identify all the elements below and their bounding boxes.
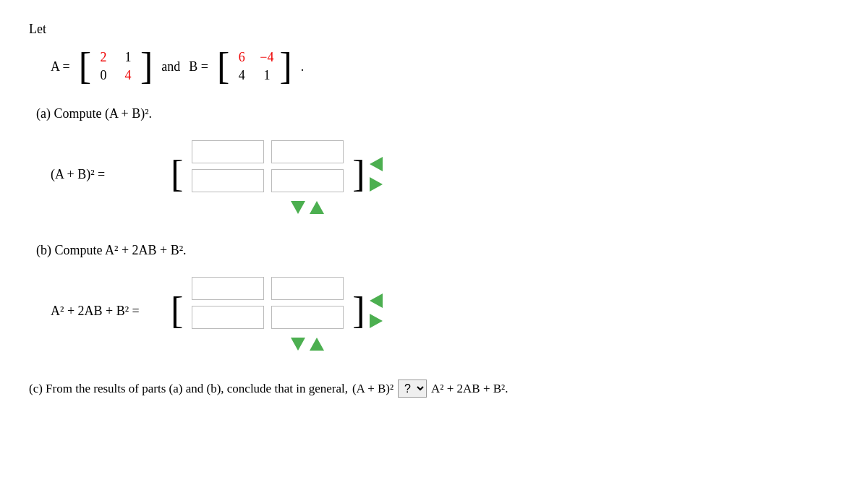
part-a-bracket-right: ] bbox=[352, 158, 365, 190]
part-b-input-r2c1[interactable] bbox=[192, 306, 264, 329]
part-b-bottom-arrows bbox=[267, 338, 348, 351]
part-b-section: (b) Compute A² + 2AB + B². A² + 2AB + B²… bbox=[29, 243, 839, 351]
matrix-b-r1c1: 6 bbox=[235, 50, 248, 65]
part-b-label: (b) Compute A² + 2AB + B². bbox=[36, 243, 839, 258]
matrix-b: [ 6 −4 4 1 ] bbox=[217, 47, 292, 86]
part-a-lhs: (A + B)² = bbox=[51, 167, 159, 182]
matrix-a-r1c2: 1 bbox=[122, 50, 135, 65]
part-c-expression: (A + B)² bbox=[352, 382, 393, 396]
part-a-input-r2c1[interactable] bbox=[192, 169, 264, 192]
matrix-b-r1c2: −4 bbox=[260, 50, 273, 65]
part-a-side-arrows bbox=[370, 157, 383, 192]
matrix-a-r2c2: 4 bbox=[122, 68, 135, 83]
part-b-input-r2c2[interactable] bbox=[271, 306, 344, 329]
part-c-text-after: A² + 2AB + B². bbox=[431, 382, 508, 396]
part-a-bracket-left: [ bbox=[171, 158, 183, 190]
matrix-a: [ 2 1 0 4 ] bbox=[79, 47, 153, 86]
part-c-section: (c) From the results of parts (a) and (b… bbox=[29, 380, 839, 398]
part-a-answer-row: (A + B)² = [ ] bbox=[51, 134, 839, 214]
and-label: and bbox=[161, 59, 180, 74]
period-b: . bbox=[301, 59, 305, 74]
bracket-right-a: ] bbox=[140, 51, 153, 82]
part-a-input-r1c2[interactable] bbox=[271, 140, 344, 163]
part-a-bottom-arrows bbox=[267, 201, 348, 214]
matrix-a-r2c1: 0 bbox=[97, 68, 110, 83]
part-b-input-r1c2[interactable] bbox=[271, 277, 344, 300]
matrix-a-r1c1: 2 bbox=[97, 50, 110, 65]
matrix-a-grid: 2 1 0 4 bbox=[93, 47, 139, 86]
part-b-arrow-up[interactable] bbox=[310, 338, 324, 351]
matrix-b-r2c2: 1 bbox=[260, 68, 273, 83]
part-b-arrow-left[interactable] bbox=[370, 293, 383, 308]
part-a-arrow-up[interactable] bbox=[310, 201, 324, 214]
part-b-matrix-wrap: [ ] bbox=[171, 271, 383, 351]
part-a-matrix-wrap: [ ] bbox=[171, 134, 383, 214]
part-b-answer-row: A² + 2AB + B² = [ ] bbox=[51, 271, 839, 351]
part-a-input-r1c1[interactable] bbox=[192, 140, 264, 163]
part-c-text-before: (c) From the results of parts (a) and (b… bbox=[29, 382, 348, 396]
part-a-input-r2c2[interactable] bbox=[271, 169, 344, 192]
part-a-arrow-right[interactable] bbox=[370, 177, 383, 192]
bracket-left-b: [ bbox=[217, 51, 229, 82]
part-a-arrow-down[interactable] bbox=[291, 201, 305, 214]
part-a-input-grid bbox=[187, 134, 348, 198]
part-a-section: (a) Compute (A + B)². (A + B)² = [ ] bbox=[29, 106, 839, 214]
bracket-right-b: ] bbox=[279, 51, 292, 82]
matrix-b-r2c1: 4 bbox=[235, 68, 248, 83]
part-b-arrow-right[interactable] bbox=[370, 314, 383, 328]
part-a-label: (a) Compute (A + B)². bbox=[36, 106, 839, 121]
part-b-lhs: A² + 2AB + B² = bbox=[51, 304, 159, 319]
part-b-input-grid bbox=[187, 271, 348, 335]
part-b-side-arrows bbox=[370, 293, 383, 328]
part-b-bracket-left: [ bbox=[171, 295, 183, 327]
matrix-definition-row: A = [ 2 1 0 4 ] and B = [ 6 −4 4 1 ] . bbox=[51, 47, 839, 86]
part-a-input-container bbox=[187, 134, 348, 214]
bracket-left-a: [ bbox=[79, 51, 91, 82]
part-c-select[interactable]: ? ≠ = ≤ ≥ bbox=[398, 380, 427, 398]
let-label: Let bbox=[29, 22, 839, 37]
part-b-input-container bbox=[187, 271, 348, 351]
part-b-arrow-down[interactable] bbox=[291, 338, 305, 351]
part-a-arrow-left[interactable] bbox=[370, 157, 383, 171]
matrix-b-grid: 6 −4 4 1 bbox=[231, 47, 278, 86]
part-b-bracket-right: ] bbox=[352, 295, 365, 327]
part-b-input-r1c1[interactable] bbox=[192, 277, 264, 300]
matrix-a-label: A = bbox=[51, 59, 70, 74]
matrix-b-label: B = bbox=[189, 59, 208, 74]
